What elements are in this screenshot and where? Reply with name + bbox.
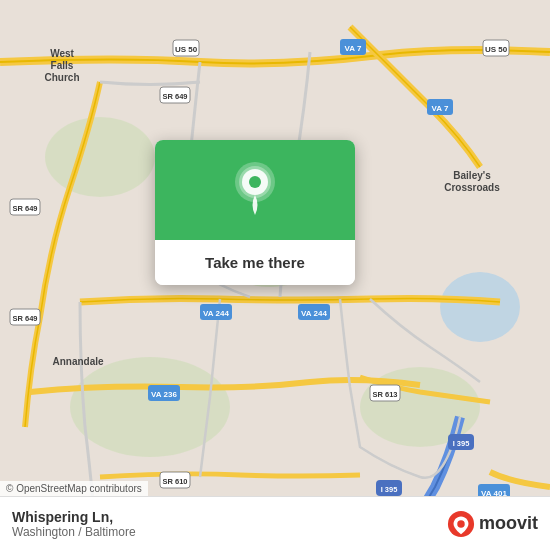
svg-point-47 [457, 520, 464, 527]
svg-text:Crossroads: Crossroads [444, 182, 500, 193]
svg-text:VA 236: VA 236 [151, 390, 177, 399]
svg-text:Bailey's: Bailey's [453, 170, 491, 181]
bottom-left: Whispering Ln, Washington / Baltimore [12, 509, 136, 539]
moovit-text: moovit [479, 513, 538, 534]
svg-text:Falls: Falls [51, 60, 74, 71]
svg-point-45 [249, 176, 261, 188]
popup-header [155, 140, 355, 240]
svg-text:VA 244: VA 244 [203, 309, 229, 318]
svg-text:SR 610: SR 610 [162, 477, 187, 486]
svg-point-2 [70, 357, 230, 457]
bottom-bar: Whispering Ln, Washington / Baltimore mo… [0, 496, 550, 550]
svg-text:I 395: I 395 [453, 439, 470, 448]
copyright-text: © OpenStreetMap contributors [6, 483, 142, 494]
svg-text:I 395: I 395 [381, 485, 398, 494]
popup-card: Take me there [155, 140, 355, 285]
svg-text:Church: Church [45, 72, 80, 83]
svg-point-4 [45, 117, 155, 197]
svg-text:SR 613: SR 613 [372, 390, 397, 399]
svg-text:SR 649: SR 649 [162, 92, 187, 101]
map-container: US 50 US 50 VA 7 VA 7 SR 649 SR 649 SR 6… [0, 0, 550, 550]
svg-text:Annandale: Annandale [52, 356, 104, 367]
svg-text:SR 649: SR 649 [12, 204, 37, 213]
svg-text:VA 244: VA 244 [301, 309, 327, 318]
copyright-bar: © OpenStreetMap contributors [0, 481, 148, 496]
svg-text:US 50: US 50 [175, 45, 198, 54]
svg-text:SR 649: SR 649 [12, 314, 37, 323]
take-me-there-button[interactable]: Take me there [155, 240, 355, 285]
svg-point-5 [440, 272, 520, 342]
location-name: Whispering Ln, [12, 509, 136, 525]
svg-text:VA 7: VA 7 [432, 104, 449, 113]
svg-text:VA 7: VA 7 [345, 44, 362, 53]
svg-text:West: West [50, 48, 74, 59]
location-region: Washington / Baltimore [12, 525, 136, 539]
moovit-icon [447, 510, 475, 538]
moovit-logo: moovit [447, 510, 538, 538]
location-pin-icon [230, 160, 280, 220]
svg-text:US 50: US 50 [485, 45, 508, 54]
